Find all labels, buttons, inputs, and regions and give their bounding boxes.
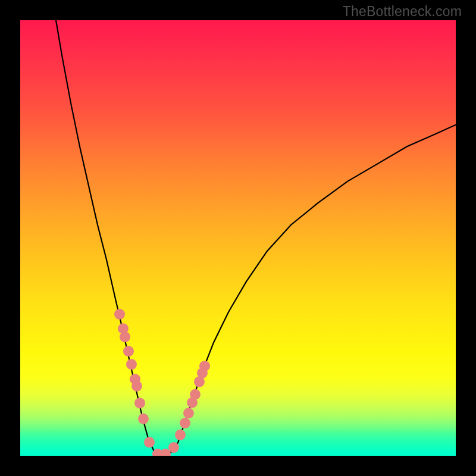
curve-marker-dot xyxy=(144,437,155,447)
curve-marker-dot xyxy=(134,397,145,408)
curve-marker-dot xyxy=(114,309,125,320)
curve-marker-dot xyxy=(138,414,149,424)
curve-marker-dot xyxy=(120,331,130,342)
plot-area xyxy=(20,20,456,456)
bottleneck-curve xyxy=(56,20,456,456)
curve-markers xyxy=(114,309,210,456)
curve-marker-dot xyxy=(180,418,190,428)
watermark-text: TheBottleneck.com xyxy=(343,4,462,20)
chart-frame: TheBottleneck.com xyxy=(0,0,476,476)
curve-marker-dot xyxy=(183,408,194,418)
curve-marker-dot xyxy=(126,359,137,369)
curve-marker-dot xyxy=(199,361,210,371)
bottleneck-curve-svg xyxy=(20,20,456,456)
curve-marker-dot xyxy=(123,346,134,356)
curve-marker-dot xyxy=(131,381,142,392)
curve-marker-dot xyxy=(190,389,201,400)
curve-marker-dot xyxy=(168,442,179,453)
curve-marker-dot xyxy=(175,430,186,440)
